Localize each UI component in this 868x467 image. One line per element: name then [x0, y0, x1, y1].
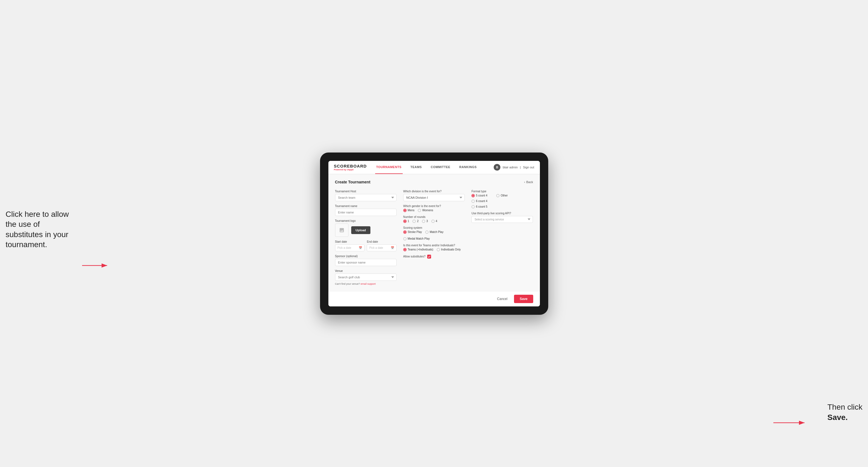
substitutes-checkbox[interactable]	[427, 255, 431, 258]
tournament-logo-group: Tournament logo Upload	[335, 219, 397, 237]
start-date-input[interactable]: Pick a date 📅	[335, 244, 365, 251]
start-date-label: Start date	[335, 240, 365, 243]
arrow-right	[773, 418, 807, 428]
annotation-right-line2: Save.	[827, 413, 848, 422]
rounds-2-radio[interactable]	[412, 220, 416, 223]
rounds-3-radio[interactable]	[422, 220, 425, 223]
end-date-label: End date	[367, 240, 397, 243]
end-date-placeholder: Pick a date	[369, 246, 383, 249]
end-date-group: End date Pick a date 📅	[367, 240, 397, 251]
sponsor-label: Sponsor (optional)	[335, 255, 397, 258]
upload-button[interactable]: Upload	[351, 226, 370, 234]
format-6count5[interactable]: 6 count 5	[471, 205, 533, 209]
tournament-logo-label: Tournament logo	[335, 219, 397, 222]
annotation-right: Then click Save.	[827, 402, 862, 423]
end-date-input[interactable]: Pick a date 📅	[367, 244, 397, 251]
scoring-radio-group: Stroke Play Match Play Medal Match Play	[403, 230, 465, 241]
form-footer: Cancel Save	[329, 291, 540, 306]
form-col-left: Tournament Host Tournament name Tourname…	[335, 190, 397, 285]
save-button[interactable]: Save	[514, 295, 533, 303]
nav-rankings[interactable]: RANKINGS	[458, 161, 478, 174]
scoring-match-label: Match Play	[430, 230, 443, 234]
rounds-group: Number of rounds 1 2	[403, 215, 465, 223]
gender-womens[interactable]: Womens	[418, 209, 433, 212]
format-6count4[interactable]: 6 count 4	[471, 199, 533, 203]
tournament-name-group: Tournament name	[335, 205, 397, 216]
scoring-match-radio[interactable]	[425, 230, 429, 234]
rounds-3[interactable]: 3	[422, 220, 428, 223]
scoring-medal-label: Medal Match Play	[408, 237, 430, 240]
logo-upload-area: Upload	[335, 223, 397, 237]
gender-mens-radio[interactable]	[403, 209, 407, 212]
tablet-screen: SCOREBOARD Powered by clippd TOURNAMENTS…	[329, 161, 540, 306]
scoring-stroke-radio[interactable]	[403, 230, 407, 234]
arrow-left	[82, 261, 110, 271]
calendar-icon-end: 📅	[391, 246, 394, 249]
scoring-medal[interactable]: Medal Match Play	[403, 237, 430, 241]
tablet-frame: SCOREBOARD Powered by clippd TOURNAMENTS…	[320, 153, 548, 315]
sign-out-link[interactable]: Sign out	[523, 165, 534, 169]
logo-placeholder	[335, 223, 348, 237]
scoring-service-select[interactable]: Select a scoring service	[471, 216, 533, 223]
nav-tournaments[interactable]: TOURNAMENTS	[375, 161, 403, 174]
page-title: Create Tournament	[335, 180, 370, 184]
tournament-name-input[interactable]	[335, 209, 397, 216]
rounds-1-radio[interactable]	[403, 220, 407, 223]
format-5count4[interactable]: 5 count 4	[471, 194, 487, 197]
page-header: Create Tournament ‹ Back	[335, 180, 533, 184]
format-other[interactable]: Other	[496, 194, 507, 197]
sponsor-input[interactable]	[335, 259, 397, 266]
format-6count4-radio[interactable]	[471, 199, 475, 203]
venue-label: Venue	[335, 270, 397, 273]
rounds-label: Number of rounds	[403, 215, 465, 218]
nav-committee[interactable]: COMMITTEE	[430, 161, 452, 174]
format-6count4-label: 6 count 4	[476, 199, 487, 203]
scoring-api-group: Use third-party live scoring API? Select…	[471, 212, 533, 223]
gender-mens[interactable]: Mens	[403, 209, 414, 212]
event-individuals[interactable]: Individuals Only	[437, 248, 461, 251]
venue-email-support[interactable]: email support	[361, 282, 376, 285]
substitutes-group: Allow substitutes?	[403, 255, 465, 258]
gender-womens-label: Womens	[422, 209, 433, 212]
scoring-medal-radio[interactable]	[403, 237, 407, 241]
event-individuals-label: Individuals Only	[441, 248, 461, 251]
annotation-right-line1: Then click	[827, 403, 862, 411]
tournament-name-label: Tournament name	[335, 205, 397, 208]
format-other-radio[interactable]	[496, 194, 500, 197]
event-teams-radio[interactable]	[403, 248, 407, 251]
event-teams[interactable]: Teams (+Individuals)	[403, 248, 433, 251]
rounds-3-label: 3	[426, 220, 428, 223]
logo-powered: Powered by clippd	[334, 168, 367, 171]
scoring-match[interactable]: Match Play	[425, 230, 443, 234]
scoring-stroke[interactable]: Stroke Play	[403, 230, 422, 234]
format-5count4-radio[interactable]	[471, 194, 475, 197]
image-icon	[339, 227, 344, 233]
tournament-host-input[interactable]	[335, 194, 397, 201]
rounds-4-radio[interactable]	[431, 220, 435, 223]
logo-area: SCOREBOARD Powered by clippd	[334, 164, 367, 171]
page-content: Create Tournament ‹ Back Tournament Host…	[329, 174, 540, 291]
division-select[interactable]: NCAA Division I	[403, 194, 465, 201]
event-type-label: Is this event for Teams and/or Individua…	[403, 244, 465, 247]
event-individuals-radio[interactable]	[437, 248, 440, 251]
rounds-1[interactable]: 1	[403, 220, 409, 223]
format-6count5-radio[interactable]	[471, 205, 475, 209]
rounds-2[interactable]: 2	[412, 220, 418, 223]
rounds-2-label: 2	[417, 220, 418, 223]
form-col-right: Format type 5 count 4 Other	[471, 190, 533, 285]
scoring-group: Scoring system Stroke Play Match Play	[403, 226, 465, 241]
format-row-1: 5 count 4 Other	[471, 194, 533, 197]
start-date-group: Start date Pick a date 📅	[335, 240, 365, 251]
gender-womens-radio[interactable]	[418, 209, 421, 212]
back-button[interactable]: ‹ Back	[524, 180, 533, 184]
logo-scoreboard: SCOREBOARD	[334, 164, 367, 168]
nav-teams[interactable]: TEAMS	[409, 161, 423, 174]
cancel-button[interactable]: Cancel	[494, 295, 511, 303]
navbar: SCOREBOARD Powered by clippd TOURNAMENTS…	[329, 161, 540, 174]
back-label: Back	[526, 180, 533, 184]
form-col-middle: Which division is the event for? NCAA Di…	[403, 190, 465, 285]
annotation-left: Click here to allow the use of substitut…	[6, 209, 78, 250]
rounds-4[interactable]: 4	[431, 220, 437, 223]
back-chevron: ‹	[524, 180, 525, 184]
venue-input[interactable]	[335, 274, 397, 281]
